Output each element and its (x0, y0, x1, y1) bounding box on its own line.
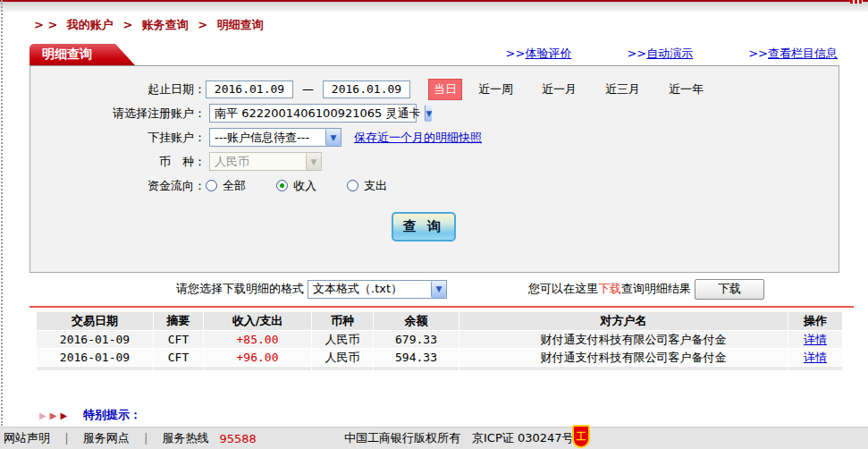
copyright-text: 中国工商银行版权所有 京ICP证 030247号 (344, 430, 574, 446)
experience-rating-link[interactable]: >>体验评价 (506, 46, 572, 62)
footer-separator: ｜ (140, 430, 152, 446)
date-to-input[interactable] (323, 80, 410, 98)
save-snapshot-link[interactable]: 保存近一个月的明细快照 (354, 130, 482, 146)
date-separator: — (302, 82, 314, 96)
col-header-balance: 余额 (374, 312, 459, 330)
flow-option-all[interactable]: 全部 (206, 178, 246, 194)
site-statement-link[interactable]: 网站声明 (4, 430, 50, 446)
footer-links: 网站声明 ｜ 服务网点 ｜ 服务热线 95588 (4, 430, 257, 446)
sub-account-select[interactable]: ---账户信息待查--- ▼ (209, 128, 341, 147)
cell-counterparty: 财付通支付科技有限公司客户备付金 (459, 331, 788, 348)
tab-detail-query[interactable]: 明细查询 (29, 44, 135, 65)
date-from-input[interactable] (206, 80, 293, 98)
col-header-date: 交易日期 (37, 312, 153, 330)
account-label: 请选择注册账户： (30, 106, 206, 122)
chevron-down-icon[interactable]: ▼ (431, 281, 446, 298)
flow-option-label: 收入 (293, 178, 316, 194)
fund-flow-row: 资金流向： 全部 收入 支出 (30, 174, 839, 198)
query-form-panel: 起止日期： — 当日 近一周 近一月 近三月 近一年 请选择注册账户： 南平 6… (29, 65, 839, 273)
footer-separator: ｜ (61, 430, 72, 446)
cell-amount: +96.00 (204, 349, 311, 366)
account-select[interactable]: 南平 6222001406100921065 灵通卡 ▼ (209, 104, 417, 123)
account-select-value: 南平 6222001406100921065 灵通卡 (210, 106, 425, 122)
view-column-info-link[interactable]: >>查看栏目信息 (748, 46, 838, 62)
fund-flow-options: 全部 收入 支出 (206, 178, 387, 194)
left-dotted-border (1, 0, 3, 426)
flow-option-expense[interactable]: 支出 (347, 178, 387, 194)
download-format-value: 文本格式（.txt） (308, 281, 407, 297)
breadcrumb-separator: > (122, 18, 132, 31)
cell-summary: CFT (154, 349, 203, 366)
flow-option-label: 支出 (364, 178, 387, 194)
service-hotline-label: 服务热线 (162, 430, 208, 446)
currency-select-value: 人民币 (210, 154, 254, 170)
chevron-down-icon[interactable]: ▼ (325, 129, 341, 146)
footer-bar: 网站声明 ｜ 服务网点 ｜ 服务热线 95588 中国工商银行版权所有 京ICP… (0, 427, 868, 449)
query-button-row: 查 询 (30, 212, 839, 241)
range-last-week-button[interactable]: 近一周 (478, 81, 513, 97)
notice-title: 特别提示： (83, 407, 141, 423)
breadcrumb-prefix: > > (34, 18, 57, 31)
col-header-summary: 摘要 (154, 312, 203, 330)
query-button[interactable]: 查 询 (392, 212, 456, 241)
cell-balance: 594.33 (374, 349, 459, 366)
range-today-button[interactable]: 当日 (428, 79, 462, 100)
sub-account-row: 下挂账户： ---账户信息待查--- ▼ 保存近一个月的明细快照 (30, 125, 839, 149)
download-hint-after: 查询明细结果 (621, 281, 691, 297)
breadcrumb-item-detail-query: 明细查询 (217, 18, 264, 31)
fund-flow-label: 资金流向： (30, 178, 206, 194)
flow-option-income[interactable]: 收入 (276, 178, 316, 194)
download-button[interactable]: 下载 (695, 279, 764, 300)
flow-option-label: 全部 (223, 178, 246, 194)
breadcrumb-item-account-query[interactable]: 账务查询 (142, 18, 189, 31)
corner-artifact (850, 0, 863, 4)
cell-amount: +85.00 (204, 331, 311, 348)
link-label: 自动演示 (646, 47, 693, 60)
triangle-arrow-icon: ▶ (60, 411, 67, 420)
table-bottom-strip (37, 367, 842, 370)
top-gradient-band (0, 2, 868, 12)
breadcrumb-separator: > (198, 18, 207, 31)
breadcrumb-item-my-account[interactable]: 我的账户 (67, 18, 114, 31)
currency-label: 币 种： (30, 154, 206, 170)
link-prefix: >> (748, 47, 768, 60)
flow-radio-2[interactable] (347, 180, 358, 191)
link-prefix: >> (627, 47, 646, 60)
cell-date: 2016-01-09 (37, 331, 153, 348)
sub-account-label: 下挂账户： (30, 130, 206, 146)
cell-currency: 人民币 (312, 349, 373, 366)
cell-date: 2016-01-09 (37, 349, 153, 366)
transactions-table: 交易日期 摘要 收入/支出 币种 余额 对方户名 操作 2016-01-09 C… (36, 311, 843, 371)
date-range-label: 起止日期： (30, 81, 206, 97)
col-header-action: 操作 (788, 312, 842, 330)
download-row: 请您选择下载明细的格式 文本格式（.txt） ▼ 您可以在这里 下载 查询明细结… (29, 275, 839, 302)
service-outlets-link[interactable]: 服务网点 (83, 430, 130, 446)
range-last-3-months-button[interactable]: 近三月 (605, 81, 640, 97)
auto-demo-link[interactable]: >>自动演示 (627, 46, 693, 62)
chevron-down-icon: ▼ (306, 153, 321, 170)
link-label: 查看栏目信息 (768, 47, 838, 60)
link-prefix: >> (506, 47, 526, 60)
col-header-counterparty: 对方户名 (459, 312, 788, 330)
range-last-month-button[interactable]: 近一月 (542, 81, 577, 97)
table-header-row: 交易日期 摘要 收入/支出 币种 余额 对方户名 操作 (37, 312, 842, 330)
notice-title-row: ▶ ▶ ▶ 特别提示： (39, 407, 868, 423)
detail-link[interactable]: 详情 (804, 333, 827, 346)
col-header-amount: 收入/支出 (204, 312, 311, 330)
quick-range-links: 近一周 近一月 近三月 近一年 (478, 81, 704, 97)
triangle-arrow-icon: ▶ (50, 411, 57, 420)
icbc-badge-icon: 工 (572, 425, 590, 448)
download-format-select[interactable]: 文本格式（.txt） ▼ (308, 280, 447, 299)
download-hint-group: 您可以在这里 下载 查询明细结果 下载 (528, 279, 839, 300)
flow-radio-0[interactable] (206, 180, 217, 191)
range-last-year-button[interactable]: 近一年 (669, 81, 704, 97)
breadcrumb: > > 我的账户 > 账务查询 > 明细查询 (34, 17, 868, 33)
triangle-arrow-icon: ▶ (39, 411, 46, 420)
detail-link[interactable]: 详情 (804, 351, 827, 364)
flow-radio-1[interactable] (276, 180, 288, 191)
cell-summary: CFT (154, 331, 203, 348)
chevron-down-icon[interactable]: ▼ (425, 105, 432, 122)
currency-select: 人民币 ▼ (209, 152, 322, 171)
header-links: >>体验评价 >>自动演示 >>查看栏目信息 (506, 46, 868, 62)
download-format-group: 请您选择下载明细的格式 文本格式（.txt） ▼ (176, 280, 447, 299)
